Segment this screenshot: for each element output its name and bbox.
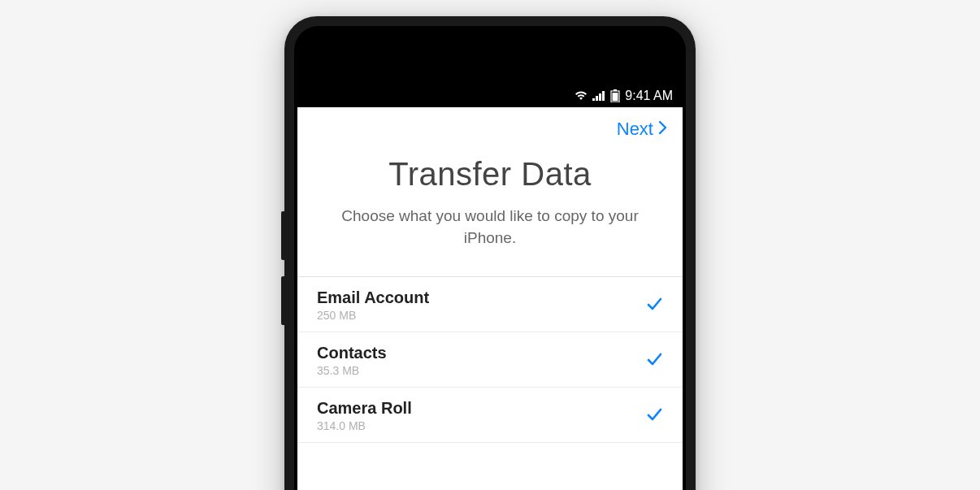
battery-icon: [610, 89, 620, 102]
item-size: 314.0 MB: [317, 419, 645, 432]
item-text: Contacts 35.3 MB: [317, 344, 645, 377]
list-item-contacts[interactable]: Contacts 35.3 MB: [297, 332, 683, 388]
svg-rect-3: [602, 91, 605, 101]
volume-down-button: [281, 276, 284, 325]
status-time: 9:41 AM: [625, 89, 673, 103]
phone-frame: 9:41 AM Next Transfer Data Choose what y…: [284, 16, 696, 490]
svg-rect-2: [599, 93, 601, 101]
data-type-list: Email Account 250 MB Contacts 35.3 MB: [297, 277, 683, 443]
list-item-email-account[interactable]: Email Account 250 MB: [297, 277, 683, 332]
item-text: Email Account 250 MB: [317, 288, 645, 322]
nav-bar: Next: [297, 107, 683, 148]
check-icon: [645, 350, 663, 371]
next-label: Next: [617, 119, 653, 140]
screen: 9:41 AM Next Transfer Data Choose what y…: [297, 85, 683, 490]
signal-icon: [592, 91, 605, 101]
item-size: 35.3 MB: [317, 364, 645, 377]
wifi-icon: [575, 91, 588, 101]
list-item-camera-roll[interactable]: Camera Roll 314.0 MB: [297, 388, 683, 443]
next-button[interactable]: Next: [617, 119, 668, 140]
page-title: Transfer Data: [323, 156, 657, 193]
header-section: Transfer Data Choose what you would like…: [297, 148, 683, 277]
item-label: Email Account: [317, 288, 645, 307]
phone-inner: 9:41 AM Next Transfer Data Choose what y…: [294, 26, 686, 490]
check-icon: [645, 295, 663, 316]
check-icon: [645, 405, 663, 427]
svg-rect-1: [596, 96, 598, 101]
item-size: 250 MB: [317, 309, 645, 322]
item-label: Camera Roll: [317, 399, 645, 418]
svg-rect-0: [592, 98, 595, 101]
svg-rect-6: [613, 93, 618, 102]
status-bar: 9:41 AM: [297, 85, 683, 107]
chevron-right-icon: [658, 119, 668, 140]
page-subtitle: Choose what you would like to copy to yo…: [323, 206, 657, 249]
item-text: Camera Roll 314.0 MB: [317, 399, 645, 432]
item-label: Contacts: [317, 344, 645, 362]
volume-up-button: [281, 211, 284, 260]
